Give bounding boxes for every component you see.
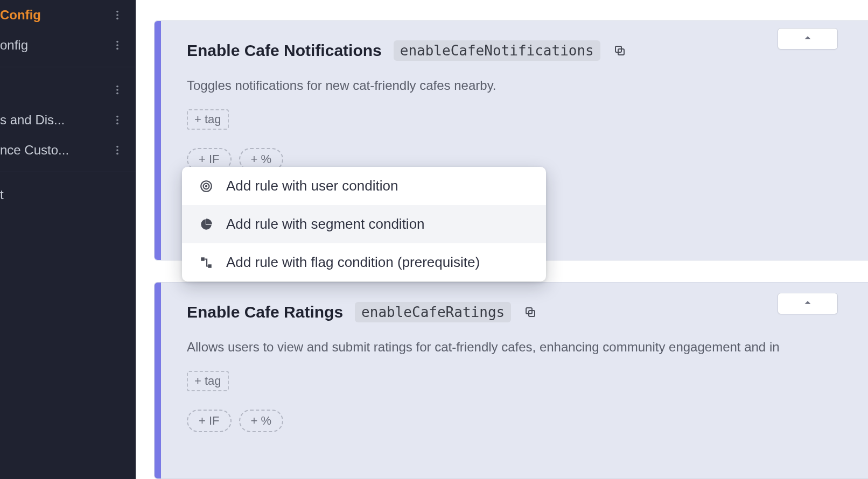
add-if-rule-chip[interactable]: + IF xyxy=(187,410,232,432)
svg-point-21 xyxy=(205,185,207,187)
sidebar-item-config-active[interactable]: Config xyxy=(0,0,136,30)
svg-point-12 xyxy=(116,146,118,148)
svg-point-9 xyxy=(116,116,118,118)
more-icon[interactable] xyxy=(111,39,124,52)
popover-item-label: Add rule with flag condition (prerequisi… xyxy=(226,254,480,271)
svg-point-3 xyxy=(116,41,118,43)
add-tag-button[interactable]: + tag xyxy=(187,371,229,391)
chevron-up-icon xyxy=(802,32,814,46)
sidebar-item-unnamed[interactable] xyxy=(0,75,136,105)
target-icon xyxy=(198,178,214,194)
svg-rect-22 xyxy=(201,257,205,261)
sidebar: Config onfig s and Dis... nce Custo... xyxy=(0,0,136,479)
copy-icon[interactable] xyxy=(523,305,538,320)
popover-item-flag-condition[interactable]: Add rule with flag condition (prerequisi… xyxy=(182,243,546,281)
collapse-button[interactable] xyxy=(778,293,838,314)
collapse-anchor xyxy=(794,20,854,42)
svg-point-10 xyxy=(116,119,118,121)
svg-rect-23 xyxy=(208,264,212,268)
flag-title: Enable Cafe Notifications xyxy=(187,41,382,60)
flag-title: Enable Cafe Ratings xyxy=(187,303,343,321)
add-tag-button[interactable]: + tag xyxy=(187,109,229,130)
copy-icon[interactable] xyxy=(612,43,627,58)
svg-point-14 xyxy=(116,153,118,155)
more-icon[interactable] xyxy=(111,144,124,157)
sidebar-item-label: t xyxy=(0,187,136,202)
popover-item-label: Add rule with user condition xyxy=(226,178,398,194)
flag-key: enableCafeNotifications xyxy=(394,40,600,61)
sidebar-item-nce-custo[interactable]: nce Custo... xyxy=(0,135,136,165)
add-percent-rule-chip[interactable]: + % xyxy=(239,410,284,432)
svg-point-13 xyxy=(116,149,118,151)
sidebar-item-t[interactable]: t xyxy=(0,180,136,210)
sidebar-divider xyxy=(0,67,136,67)
more-icon[interactable] xyxy=(111,83,124,96)
svg-point-0 xyxy=(116,11,118,13)
svg-point-7 xyxy=(116,89,118,91)
flag-description: Allows users to view and submit ratings … xyxy=(187,340,868,355)
collapse-anchor xyxy=(794,285,854,307)
popover-item-user-condition[interactable]: Add rule with user condition xyxy=(182,167,546,205)
svg-point-1 xyxy=(116,14,118,16)
sidebar-divider xyxy=(0,172,136,172)
svg-point-6 xyxy=(116,86,118,88)
svg-point-8 xyxy=(116,93,118,95)
card-accent xyxy=(155,283,161,478)
pie-chart-icon xyxy=(198,216,214,233)
popover-item-label: Add rule with segment condition xyxy=(226,216,425,233)
svg-point-5 xyxy=(116,48,118,50)
popover-item-segment-condition[interactable]: Add rule with segment condition xyxy=(182,205,546,243)
sidebar-item-s-and-dis[interactable]: s and Dis... xyxy=(0,105,136,135)
hierarchy-icon xyxy=(198,255,214,271)
svg-point-11 xyxy=(116,123,118,125)
flag-description: Toggles notifications for new cat-friend… xyxy=(187,78,868,93)
svg-point-2 xyxy=(116,18,118,20)
card-accent xyxy=(155,21,161,260)
svg-point-4 xyxy=(116,44,118,46)
add-rule-popover: Add rule with user condition Add rule wi… xyxy=(182,167,546,281)
sidebar-item-config[interactable]: onfig xyxy=(0,30,136,60)
collapse-button[interactable] xyxy=(778,28,838,50)
chevron-up-icon xyxy=(802,297,814,311)
more-icon[interactable] xyxy=(111,9,124,22)
flag-key: enableCafeRatings xyxy=(355,302,511,322)
main-content: Enable Cafe Notifications enableCafeNoti… xyxy=(136,0,868,479)
more-icon[interactable] xyxy=(111,114,124,126)
flag-card-enable-cafe-ratings: Enable Cafe Ratings enableCafeRatings Al… xyxy=(154,282,868,479)
